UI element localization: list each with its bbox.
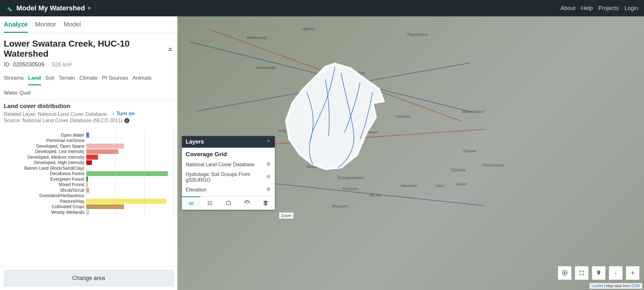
layers-title: Layers [186, 139, 204, 145]
subtab-pt-sources[interactable]: Pt Sources [102, 75, 128, 85]
chart-bar [86, 171, 168, 176]
tab-analyze[interactable]: Analyze [4, 21, 28, 33]
chart-row: Developed, Open Space [4, 143, 173, 149]
brand[interactable]: Model My Watershed ® [6, 4, 90, 12]
id-value: 0205030509 [13, 61, 44, 68]
related-layer-line: Related Layer: National Land Cover Datab… [4, 111, 173, 117]
locate-button[interactable] [558, 266, 572, 280]
chart-bar [86, 210, 89, 215]
related-prefix: Related Layer: [4, 111, 38, 117]
layer-item[interactable]: National Land Cover Databasei [182, 160, 275, 170]
svg-point-8 [564, 272, 566, 274]
marker-button[interactable] [592, 266, 606, 280]
layer-tab-streams[interactable] [182, 196, 201, 210]
subtab-water-qual[interactable]: Water Qual [4, 90, 31, 99]
chart-bar [86, 144, 124, 149]
zoom-in-button[interactable]: + [626, 266, 640, 280]
svg-text:i: i [268, 175, 269, 178]
panel-scroll[interactable]: Land cover distribution Related Layer: N… [0, 100, 177, 266]
info-icon[interactable]: i [266, 174, 271, 180]
subtab-soil[interactable]: Soil [45, 75, 54, 85]
download-icon[interactable] [167, 45, 173, 53]
layer-item-label: National Land Cover Database [186, 162, 255, 168]
chart-row: Shrub/Scrub [4, 187, 173, 193]
top-header: Model My Watershed ® About Help Projects… [0, 0, 644, 16]
chevron-down-icon [266, 139, 271, 145]
check-icon [111, 111, 115, 116]
layers-header[interactable]: Layers [182, 136, 275, 148]
main-tabs: Analyze Monitor Model [0, 16, 177, 33]
turn-on-layer[interactable]: Turn on [111, 111, 135, 117]
sub-tabs: StreamsLandSoilTerrainClimatePt SourcesA… [0, 71, 177, 100]
chart-bar [86, 199, 166, 204]
layer-tab-boundary[interactable] [219, 196, 238, 210]
chart-bar [86, 160, 92, 165]
chart-label: Perennial Ice/Snow [4, 138, 86, 143]
title-block: Lower Swatara Creek, HUC-10 Watershed ID… [0, 33, 177, 71]
info-icon[interactable]: i [266, 162, 271, 168]
chart-row: Evergreen Forest [4, 176, 173, 182]
layer-tab-observations[interactable] [238, 196, 256, 210]
watershed-outline [278, 60, 392, 174]
info-icon[interactable]: i [124, 118, 129, 123]
sidebar: Analyze Monitor Model Lower Swatara Cree… [0, 16, 178, 290]
attrib-sep: | Map data from [603, 284, 631, 288]
land-cover-chart: Open WaterPerennial Ice/SnowDeveloped, O… [4, 132, 173, 215]
chart-bar [86, 149, 118, 154]
change-area-button[interactable]: Change area [4, 270, 173, 286]
fullscreen-button[interactable] [575, 266, 589, 280]
chart-label: Grassland/Herbaceous [4, 193, 86, 198]
related-name: National Land Cover Database [38, 111, 107, 117]
chart-label: Shrub/Scrub [4, 188, 86, 193]
subtab-streams[interactable]: Streams [4, 75, 24, 85]
chart-label: Developed, Medium Intensity [4, 155, 86, 160]
svg-point-6 [246, 202, 247, 203]
layer-tab-grid[interactable] [201, 196, 219, 210]
nav-about[interactable]: About [561, 5, 575, 12]
id-label: ID [4, 61, 9, 68]
map-controls: - + [558, 266, 640, 280]
chart-row: Developed, Low Intensity [4, 149, 173, 155]
info-icon[interactable]: i [266, 187, 271, 193]
chart-label: Open Water [4, 133, 86, 138]
tab-model[interactable]: Model [64, 21, 81, 33]
nav-login[interactable]: Login [624, 5, 638, 12]
subtab-climate[interactable]: Climate [79, 75, 98, 85]
chart-row: Mixed Forest [4, 182, 173, 188]
source-line: Source: National Land Cover Database (NL… [4, 118, 129, 123]
chart-row: Cultivated Crops [4, 204, 173, 210]
chart-label: Barren Land (Rock/Sand/Clay) [4, 166, 86, 171]
chart-row: Barren Land (Rock/Sand/Clay) [4, 165, 173, 171]
chart-label: Woody Wetlands [4, 210, 86, 215]
chart-row: Perennial Ice/Snow [4, 138, 173, 144]
chart-row: Woody Wetlands [4, 209, 173, 215]
chart-bar [86, 155, 98, 160]
layer-item[interactable]: Hydrologic Soil Groups From gSSURGOi [182, 170, 275, 185]
chart-bar [86, 188, 89, 193]
area-text: 526 km² [52, 61, 72, 68]
subtab-animals[interactable]: Animals [133, 75, 151, 85]
layers-category-tabs [182, 196, 275, 210]
chart-row: Grassland/Herbaceous [4, 193, 173, 199]
nav-help[interactable]: Help [581, 5, 593, 12]
layers-body[interactable]: Coverage Grid National Land Cover Databa… [182, 148, 275, 196]
page-title: Lower Swatara Creek, HUC-10 Watershed [4, 39, 167, 59]
chart-row: Deciduous Forest [4, 171, 173, 177]
nav-projects[interactable]: Projects [598, 5, 619, 12]
layer-item[interactable]: Elevationi [182, 185, 275, 195]
chart-label: Pasture/Hay [4, 199, 86, 204]
layer-tab-basemaps[interactable] [256, 196, 275, 210]
brand-text: Model My Watershed [16, 4, 85, 12]
svg-text:i: i [268, 163, 269, 166]
layers-section-title: Coverage Grid [182, 151, 275, 160]
leaflet-link[interactable]: Leaflet [591, 284, 603, 288]
map[interactable]: LykensMillersburgPine GroveMatamorasFt I… [178, 16, 644, 290]
zoom-out-button[interactable]: - [609, 266, 623, 280]
subtab-terrain[interactable]: Terrain [59, 75, 75, 85]
tab-monitor[interactable]: Monitor [35, 21, 56, 33]
subtab-land[interactable]: Land [28, 75, 41, 85]
esri-link[interactable]: ESRI [631, 284, 640, 288]
layers-panel: Layers Coverage Grid National Land Cover… [182, 136, 275, 210]
map-attribution: Leaflet | Map data from ESRI [590, 283, 642, 289]
workspace: Analyze Monitor Model Lower Swatara Cree… [0, 16, 644, 290]
